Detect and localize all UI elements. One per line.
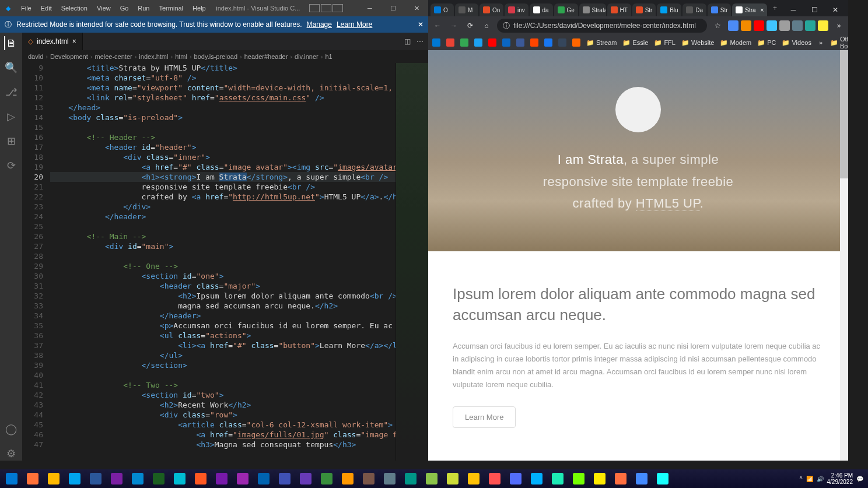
breadcrumb-item[interactable]: david [26,53,46,60]
home-icon[interactable]: ⌂ [481,22,492,30]
editor-tab-index[interactable]: ◇ index.html × [22,33,83,50]
bookmark-item[interactable] [459,38,470,47]
taskbar-app-icon[interactable] [610,471,631,487]
browser-tab[interactable]: da [530,3,553,16]
taskbar-app-icon[interactable] [505,471,526,487]
system-tray[interactable]: ^ 📶 🔊 2:46 PM 4/29/2022 💬 [800,472,867,485]
taskbar-app-icon[interactable] [400,471,421,487]
taskbar-app-icon[interactable] [43,471,64,487]
taskbar-app-icon[interactable] [463,471,484,487]
site-info-icon[interactable]: ⓘ [503,21,510,31]
search-icon[interactable]: 🔍 [4,61,18,75]
minimize-button[interactable]: ─ [783,3,804,16]
browser-tab[interactable]: inv [505,3,528,16]
taskbar-app-icon[interactable] [442,471,463,487]
menu-terminal[interactable]: Terminal [155,5,188,12]
maximize-button[interactable]: ☐ [382,5,405,12]
clock[interactable]: 2:46 PM 4/29/2022 [827,472,853,485]
bookmark-folder[interactable]: 📁Videos [780,39,813,47]
volume-icon[interactable]: 🔊 [817,476,824,482]
extension-icon[interactable] [818,20,828,31]
taskbar-app-icon[interactable] [316,471,337,487]
account-icon[interactable]: ◯ [4,422,18,436]
taskbar-app-icon[interactable] [652,471,673,487]
taskbar-app-icon[interactable] [421,471,442,487]
scrollbar[interactable] [840,50,848,461]
bookmark-item[interactable] [473,38,484,47]
nav-forward-icon[interactable]: → [448,22,460,30]
menu-help[interactable]: Help [188,5,211,12]
bookmark-item[interactable] [528,38,540,47]
learn-more-button[interactable]: Learn More [453,406,516,428]
run-debug-icon[interactable]: ▷ [4,110,18,124]
remote-icon[interactable]: ⟳ [4,159,18,173]
bookmark-folder[interactable]: 📁FFL [652,39,677,47]
bookmark-item[interactable] [501,38,512,47]
menu-run[interactable]: Run [133,5,154,12]
breadcrumbs[interactable]: david›Development›melee-center›index.htm… [22,50,428,63]
bookmark-item[interactable] [514,38,526,47]
extension-icon[interactable] [805,20,816,31]
taskbar-app-icon[interactable] [358,471,379,487]
extension-icon[interactable] [779,20,790,31]
taskbar-app-icon[interactable] [1,471,22,487]
extension-icon[interactable] [792,20,803,31]
taskbar-app-icon[interactable] [127,471,148,487]
learn-more-link[interactable]: Learn More [337,20,372,29]
explorer-icon[interactable]: 🗎 [4,36,18,50]
tab-close-icon[interactable]: × [761,7,764,13]
source-control-icon[interactable]: ⎇ [4,85,18,99]
browser-tab[interactable]: Blu [657,3,681,16]
avatar-image[interactable] [615,87,661,132]
breadcrumb-item[interactable]: index.html [136,53,170,60]
taskbar-app-icon[interactable] [190,471,211,487]
bookmark-item[interactable] [556,38,568,47]
browser-tab[interactable]: O [430,3,454,16]
breadcrumb-item[interactable]: html [173,53,190,60]
taskbar-app-icon[interactable] [295,471,316,487]
extension-icon[interactable] [754,20,764,31]
taskbar-app-icon[interactable] [631,471,652,487]
minimap[interactable] [396,63,428,461]
taskbar-app-icon[interactable] [526,471,547,487]
bookmark-folder[interactable]: 📁Website [680,39,716,47]
menu-edit[interactable]: Edit [36,5,57,12]
browser-tab[interactable]: Str [708,3,731,16]
extension-icon[interactable] [728,20,738,31]
bookmark-folder[interactable]: 📁Modem [718,39,753,47]
breadcrumb-item[interactable]: h1 [323,53,334,60]
taskbar-app-icon[interactable] [589,471,610,487]
other-bookmarks[interactable]: 📁Other Bookmarks [828,36,848,50]
close-button[interactable]: ✕ [825,3,846,16]
taskbar-app-icon[interactable] [22,471,43,487]
layout-icons[interactable] [306,4,346,12]
menu-file[interactable]: File [16,5,36,12]
menu-go[interactable]: Go [116,5,134,12]
breadcrumb-item[interactable]: melee-center [92,53,134,60]
close-button[interactable]: ✕ [405,5,428,12]
taskbar-app-icon[interactable] [253,471,274,487]
overflow-icon[interactable]: » [833,22,845,30]
browser-tab[interactable]: On [480,3,503,16]
address-bar[interactable]: ⓘ file:///C:/Users/david/Development/mel… [497,19,707,33]
page-content[interactable]: I am Strata, a super simple responsive s… [428,50,848,461]
extension-icon[interactable] [741,20,751,31]
bookmark-folder[interactable]: 📁PC [755,39,778,47]
breadcrumb-item[interactable]: div.inner [292,53,321,60]
browser-tab[interactable]: Stra× [732,3,767,16]
browser-tab[interactable]: HT [607,3,631,16]
bookmark-item[interactable] [487,38,498,47]
bookmark-item[interactable] [542,38,554,47]
tab-close-icon[interactable]: × [72,37,76,45]
maximize-button[interactable]: ☐ [804,3,825,16]
extensions-icon[interactable]: ⊞ [4,134,18,148]
taskbar-app-icon[interactable] [148,471,169,487]
more-actions-icon[interactable]: ⋯ [416,37,424,45]
nav-back-icon[interactable]: ← [432,22,443,30]
notifications-icon[interactable]: 💬 [856,476,863,482]
breadcrumb-item[interactable]: Development [48,53,90,60]
taskbar-app-icon[interactable] [85,471,106,487]
new-tab-button[interactable]: + [768,4,782,12]
taskbar-app-icon[interactable] [568,471,589,487]
taskbar-app-icon[interactable] [106,471,127,487]
